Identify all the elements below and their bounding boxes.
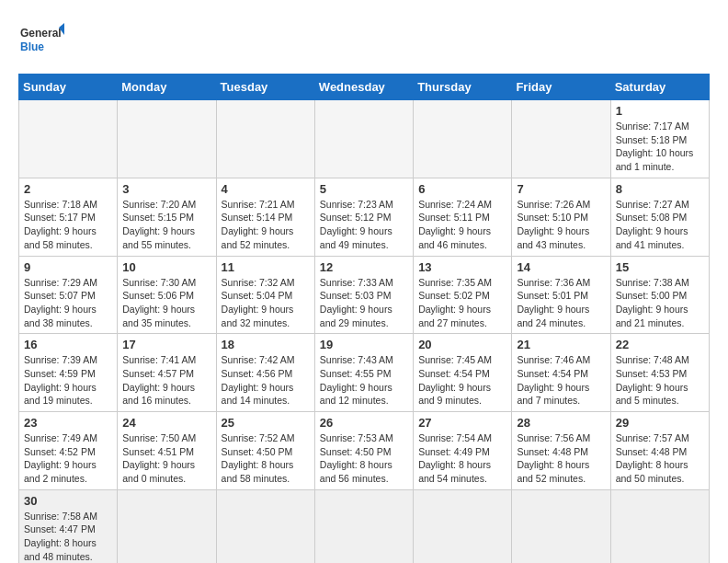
- page-header: General Blue: [18, 18, 710, 64]
- day-number: 19: [320, 338, 408, 351]
- svg-text:General: General: [20, 27, 62, 40]
- day-number: 30: [24, 494, 112, 508]
- weekday-header-monday: Monday: [118, 75, 216, 100]
- calendar-cell: 11Sunrise: 7:32 AM Sunset: 5:04 PM Dayli…: [216, 256, 314, 334]
- day-number: 11: [222, 260, 310, 274]
- calendar-cell: [19, 100, 118, 178]
- day-number: 20: [418, 338, 506, 351]
- day-info: Sunrise: 7:26 AM Sunset: 5:10 PM Dayligh…: [517, 198, 605, 252]
- day-info: Sunrise: 7:48 AM Sunset: 4:53 PM Dayligh…: [616, 353, 704, 408]
- day-info: Sunrise: 7:30 AM Sunset: 5:06 PM Dayligh…: [122, 276, 210, 330]
- calendar-cell: 12Sunrise: 7:33 AM Sunset: 5:03 PM Dayli…: [314, 256, 413, 334]
- day-info: Sunrise: 7:53 AM Sunset: 4:50 PM Dayligh…: [320, 431, 408, 486]
- day-number: 8: [616, 182, 704, 196]
- day-number: 13: [418, 260, 506, 274]
- calendar-cell: 19Sunrise: 7:43 AM Sunset: 4:55 PM Dayli…: [314, 334, 413, 412]
- calendar-cell: 10Sunrise: 7:30 AM Sunset: 5:06 PM Dayli…: [118, 256, 216, 334]
- day-number: 14: [517, 260, 605, 274]
- day-info: Sunrise: 7:20 AM Sunset: 5:15 PM Dayligh…: [122, 198, 210, 252]
- calendar-cell: 30Sunrise: 7:58 AM Sunset: 4:47 PM Dayli…: [19, 489, 118, 563]
- day-info: Sunrise: 7:18 AM Sunset: 5:17 PM Dayligh…: [24, 198, 112, 252]
- weekday-header-tuesday: Tuesday: [216, 75, 314, 100]
- calendar-cell: [610, 489, 709, 563]
- calendar-cell: [118, 489, 216, 563]
- day-number: 17: [122, 338, 210, 351]
- calendar-cell: 6Sunrise: 7:24 AM Sunset: 5:11 PM Daylig…: [414, 178, 512, 256]
- day-number: 12: [320, 260, 408, 274]
- calendar-cell: 2Sunrise: 7:18 AM Sunset: 5:17 PM Daylig…: [19, 178, 118, 256]
- day-number: 3: [122, 182, 210, 196]
- calendar-cell: 25Sunrise: 7:52 AM Sunset: 4:50 PM Dayli…: [216, 412, 314, 490]
- calendar-cell: 28Sunrise: 7:56 AM Sunset: 4:48 PM Dayli…: [512, 412, 610, 490]
- weekday-header-row: SundayMondayTuesdayWednesdayThursdayFrid…: [19, 75, 710, 100]
- calendar-week-row: 16Sunrise: 7:39 AM Sunset: 4:59 PM Dayli…: [19, 334, 710, 412]
- calendar-cell: [414, 100, 512, 178]
- calendar-cell: [512, 489, 610, 563]
- weekday-header-sunday: Sunday: [19, 75, 118, 100]
- day-number: 1: [616, 104, 704, 118]
- logo: General Blue: [18, 18, 64, 64]
- day-info: Sunrise: 7:24 AM Sunset: 5:11 PM Dayligh…: [418, 198, 506, 252]
- day-info: Sunrise: 7:45 AM Sunset: 4:54 PM Dayligh…: [418, 353, 506, 408]
- calendar-cell: 3Sunrise: 7:20 AM Sunset: 5:15 PM Daylig…: [118, 178, 216, 256]
- calendar-cell: 13Sunrise: 7:35 AM Sunset: 5:02 PM Dayli…: [414, 256, 512, 334]
- day-number: 4: [222, 182, 310, 196]
- calendar-cell: [414, 489, 512, 563]
- day-info: Sunrise: 7:39 AM Sunset: 4:59 PM Dayligh…: [24, 353, 112, 408]
- day-info: Sunrise: 7:56 AM Sunset: 4:48 PM Dayligh…: [517, 431, 605, 486]
- calendar-week-row: 2Sunrise: 7:18 AM Sunset: 5:17 PM Daylig…: [19, 178, 710, 256]
- calendar-cell: 24Sunrise: 7:50 AM Sunset: 4:51 PM Dayli…: [118, 412, 216, 490]
- weekday-header-saturday: Saturday: [610, 75, 709, 100]
- day-info: Sunrise: 7:50 AM Sunset: 4:51 PM Dayligh…: [122, 431, 210, 486]
- calendar-cell: 14Sunrise: 7:36 AM Sunset: 5:01 PM Dayli…: [512, 256, 610, 334]
- day-number: 28: [517, 416, 605, 430]
- calendar-week-row: 9Sunrise: 7:29 AM Sunset: 5:07 PM Daylig…: [19, 256, 710, 334]
- day-info: Sunrise: 7:17 AM Sunset: 5:18 PM Dayligh…: [616, 120, 704, 174]
- day-number: 18: [222, 338, 310, 351]
- day-number: 9: [24, 260, 112, 274]
- weekday-header-friday: Friday: [512, 75, 610, 100]
- day-info: Sunrise: 7:52 AM Sunset: 4:50 PM Dayligh…: [222, 431, 310, 486]
- day-info: Sunrise: 7:58 AM Sunset: 4:47 PM Dayligh…: [24, 510, 112, 563]
- calendar-cell: [314, 100, 413, 178]
- day-info: Sunrise: 7:43 AM Sunset: 4:55 PM Dayligh…: [320, 353, 408, 408]
- calendar-week-row: 1Sunrise: 7:17 AM Sunset: 5:18 PM Daylig…: [19, 100, 710, 178]
- calendar-cell: 16Sunrise: 7:39 AM Sunset: 4:59 PM Dayli…: [19, 334, 118, 412]
- day-number: 23: [24, 416, 112, 430]
- calendar-cell: 4Sunrise: 7:21 AM Sunset: 5:14 PM Daylig…: [216, 178, 314, 256]
- calendar-cell: 21Sunrise: 7:46 AM Sunset: 4:54 PM Dayli…: [512, 334, 610, 412]
- day-number: 26: [320, 416, 408, 430]
- calendar-cell: [118, 100, 216, 178]
- day-number: 22: [616, 338, 704, 351]
- calendar-cell: 9Sunrise: 7:29 AM Sunset: 5:07 PM Daylig…: [19, 256, 118, 334]
- calendar-cell: [216, 100, 314, 178]
- day-number: 29: [616, 416, 704, 430]
- weekday-header-wednesday: Wednesday: [314, 75, 413, 100]
- calendar-cell: 1Sunrise: 7:17 AM Sunset: 5:18 PM Daylig…: [610, 100, 709, 178]
- calendar-cell: 26Sunrise: 7:53 AM Sunset: 4:50 PM Dayli…: [314, 412, 413, 490]
- calendar-week-row: 30Sunrise: 7:58 AM Sunset: 4:47 PM Dayli…: [19, 489, 710, 563]
- day-info: Sunrise: 7:29 AM Sunset: 5:07 PM Dayligh…: [24, 276, 112, 330]
- day-number: 16: [24, 338, 112, 351]
- calendar-cell: [512, 100, 610, 178]
- calendar-cell: 17Sunrise: 7:41 AM Sunset: 4:57 PM Dayli…: [118, 334, 216, 412]
- calendar-cell: 8Sunrise: 7:27 AM Sunset: 5:08 PM Daylig…: [610, 178, 709, 256]
- calendar-cell: 15Sunrise: 7:38 AM Sunset: 5:00 PM Dayli…: [610, 256, 709, 334]
- day-info: Sunrise: 7:54 AM Sunset: 4:49 PM Dayligh…: [418, 431, 506, 486]
- day-info: Sunrise: 7:21 AM Sunset: 5:14 PM Dayligh…: [222, 198, 310, 252]
- calendar-cell: 5Sunrise: 7:23 AM Sunset: 5:12 PM Daylig…: [314, 178, 413, 256]
- day-info: Sunrise: 7:36 AM Sunset: 5:01 PM Dayligh…: [517, 276, 605, 330]
- day-number: 27: [418, 416, 506, 430]
- day-number: 5: [320, 182, 408, 196]
- day-info: Sunrise: 7:46 AM Sunset: 4:54 PM Dayligh…: [517, 353, 605, 408]
- day-info: Sunrise: 7:42 AM Sunset: 4:56 PM Dayligh…: [222, 353, 310, 408]
- day-info: Sunrise: 7:33 AM Sunset: 5:03 PM Dayligh…: [320, 276, 408, 330]
- day-number: 7: [517, 182, 605, 196]
- day-info: Sunrise: 7:32 AM Sunset: 5:04 PM Dayligh…: [222, 276, 310, 330]
- day-number: 10: [122, 260, 210, 274]
- day-number: 6: [418, 182, 506, 196]
- day-info: Sunrise: 7:57 AM Sunset: 4:48 PM Dayligh…: [616, 431, 704, 486]
- day-number: 15: [616, 260, 704, 274]
- svg-text:Blue: Blue: [20, 40, 44, 53]
- calendar-cell: [314, 489, 413, 563]
